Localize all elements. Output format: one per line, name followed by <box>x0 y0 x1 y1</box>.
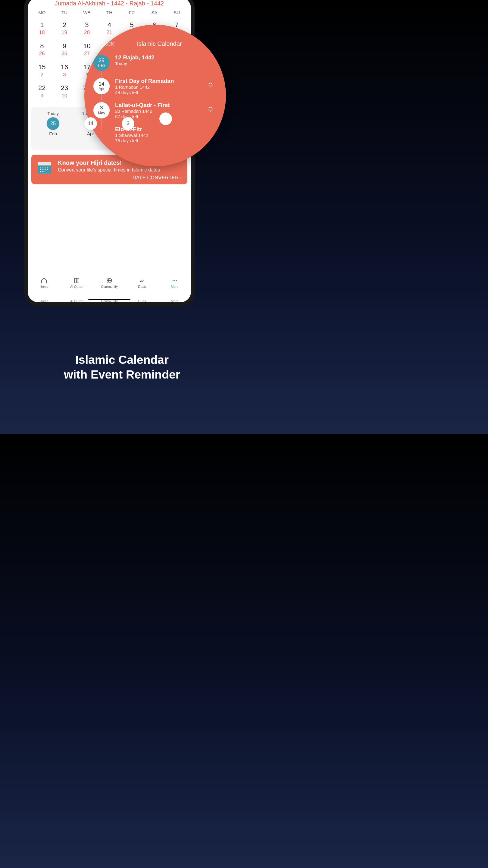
calendar-cell[interactable]: 320 <box>76 21 98 36</box>
calendar-cell[interactable]: 152 <box>31 63 53 78</box>
nav-label: Community <box>93 285 126 288</box>
nav-icon <box>126 277 158 284</box>
weekday-label: SA <box>143 10 166 15</box>
nav-community[interactable]: Community <box>93 277 126 288</box>
svg-rect-20 <box>206 42 210 46</box>
svg-point-7 <box>47 167 48 168</box>
nav-label: Home <box>28 285 60 288</box>
bell-icon[interactable] <box>207 105 214 112</box>
event-row[interactable]: Eid-ul-Fitr1 Shawwal 144275 days left <box>93 124 214 148</box>
gregorian-day: 2 <box>53 21 76 29</box>
svg-point-15 <box>44 171 44 172</box>
event-row[interactable]: 3MayLailat-ul-Qadr - First20 Ramadan 144… <box>93 100 214 124</box>
svg-point-6 <box>45 167 46 168</box>
bell-icon[interactable] <box>207 81 214 88</box>
calendar-cell[interactable]: 219 <box>53 21 76 36</box>
hijri-day: 25 <box>31 51 53 57</box>
gregorian-day: 3 <box>76 21 98 29</box>
event-list: 25Feb12 Rajab, 1442Today14AprFirst Day o… <box>84 52 226 148</box>
gregorian-day: 8 <box>31 42 53 50</box>
event-days-left: 48 days left <box>115 90 202 95</box>
nav-label: More <box>158 285 191 288</box>
hijri-day: 27 <box>76 51 98 57</box>
svg-point-4 <box>42 167 43 168</box>
svg-rect-2 <box>38 165 51 173</box>
gregorian-day: 23 <box>53 84 76 92</box>
nav-more[interactable]: More <box>158 277 191 288</box>
timeline-day-circle: 14 <box>84 117 97 130</box>
event-content: First Day of Ramadan1 Ramadan 144248 day… <box>115 78 202 95</box>
weekday-label: TH <box>98 10 121 15</box>
date-converter-link[interactable]: DATE CONVERTER › <box>58 175 182 181</box>
magnifier-overlay: Back Islamic Calendar 25Feb12 Rajab, 144… <box>84 25 226 166</box>
event-subtitle: 1 Shawwal 1442 <box>115 133 214 138</box>
hijri-day: 18 <box>31 30 53 36</box>
timeline-day-circle <box>159 113 172 125</box>
converter-subtitle: Convert your life's special times in Isl… <box>58 167 182 173</box>
nav-label-peek: Al Quran <box>60 299 93 302</box>
event-content: Lailat-ul-Qadr - First20 Ramadan 144267 … <box>115 102 202 119</box>
timeline-item[interactable]: Today25Feb <box>34 111 72 136</box>
nav-icon <box>93 277 126 284</box>
gregorian-day: 4 <box>98 21 121 29</box>
nav-label: Duas <box>126 285 158 288</box>
nav-label-peek: Duas <box>126 299 158 302</box>
hijri-day: 3 <box>53 72 76 78</box>
event-days-left: 75 days left <box>115 138 214 143</box>
event-row[interactable]: 14AprFirst Day of Ramadan1 Ramadan 14424… <box>93 76 214 100</box>
event-title: 12 Rajab, 1442 <box>115 55 214 61</box>
svg-rect-1 <box>38 162 51 165</box>
svg-point-17 <box>172 280 173 281</box>
hijri-day: 19 <box>53 30 76 36</box>
nav-icon <box>60 277 93 284</box>
calendar-cell[interactable]: 163 <box>53 63 76 78</box>
event-subtitle: 20 Ramadan 1442 <box>115 108 202 114</box>
calendar-cell[interactable]: 1027 <box>76 42 98 57</box>
hijri-month-header: Jumada Al-Akhirah - 1442 - Rajab - 1442 <box>28 0 191 9</box>
event-date-circle: 25Feb <box>93 55 110 71</box>
event-title: First Day of Ramadan <box>115 78 202 84</box>
calendar-cell[interactable]: 229 <box>31 84 53 99</box>
svg-point-3 <box>40 167 41 168</box>
export-icon[interactable] <box>205 41 212 47</box>
nav-duas[interactable]: Duas <box>126 277 158 288</box>
hijri-day: 21 <box>98 30 121 36</box>
gregorian-day: 15 <box>31 63 53 71</box>
promo-caption: Islamic Calendar with Event Reminder <box>0 352 244 382</box>
event-date-circle: 3May <box>93 102 110 119</box>
calendar-cell[interactable]: 118 <box>31 21 53 36</box>
hijri-day: 10 <box>53 93 76 99</box>
svg-point-13 <box>40 171 41 172</box>
event-date-circle: 14Apr <box>93 78 110 94</box>
nav-al-quran[interactable]: Al Quran <box>60 277 93 288</box>
duplicate-nav-peek: HomeAl QuranCommunityDuasMore <box>28 298 191 302</box>
event-title: Lailat-ul-Qadr - First <box>115 102 202 108</box>
calendar-cell[interactable]: 825 <box>31 42 53 57</box>
svg-point-19 <box>175 280 177 281</box>
calendar-cell[interactable]: 421 <box>98 21 121 36</box>
svg-point-10 <box>44 169 44 170</box>
weekday-label: MO <box>31 10 53 15</box>
svg-point-8 <box>40 169 41 170</box>
event-row[interactable]: 25Feb12 Rajab, 1442Today <box>93 52 214 76</box>
nav-label-peek: Community <box>93 299 126 302</box>
weekday-row: MOTUWETHFRSASU <box>28 9 191 18</box>
event-subtitle: 1 Ramadan 1442 <box>115 84 202 90</box>
gregorian-day: 9 <box>53 42 76 50</box>
calendar-cell[interactable]: 926 <box>53 42 76 57</box>
weekday-label: SU <box>165 10 188 15</box>
timeline-day-circle: 25 <box>47 117 59 130</box>
calendar-cell[interactable]: 2310 <box>53 84 76 99</box>
nav-label-peek: More <box>158 299 191 302</box>
event-subtitle: Today <box>115 61 214 66</box>
svg-point-14 <box>42 171 43 172</box>
svg-point-5 <box>44 167 44 168</box>
nav-icon <box>158 277 191 284</box>
calendar-icon <box>37 159 53 175</box>
nav-label: Al Quran <box>60 285 93 288</box>
hijri-day: 20 <box>76 30 98 36</box>
hijri-day: 9 <box>31 93 53 99</box>
timeline-label: Today <box>34 111 72 116</box>
magnifier-title: Islamic Calendar <box>137 40 182 47</box>
nav-home[interactable]: Home <box>28 277 60 288</box>
